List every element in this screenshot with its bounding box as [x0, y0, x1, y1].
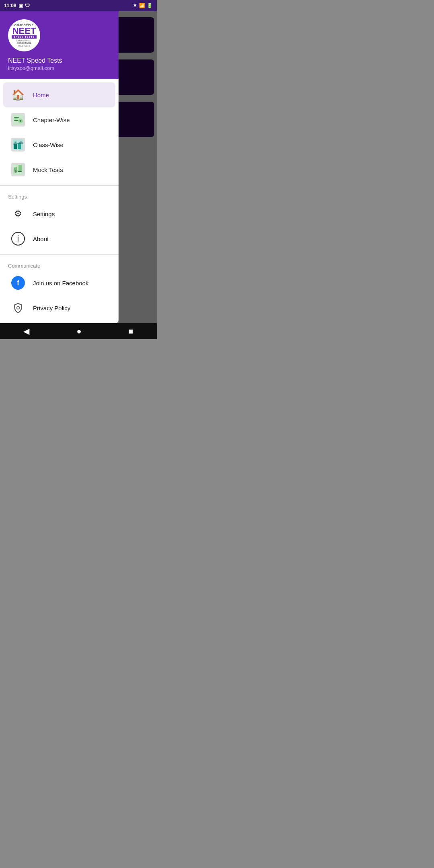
app-email: iitsysco@gmail.com — [8, 65, 111, 71]
svg-rect-14 — [14, 166, 16, 168]
drawer-item-facebook[interactable]: f Join us on Facebook — [3, 270, 115, 295]
chapter-wise-label: Chapter-Wise — [33, 117, 70, 123]
drawer-item-settings[interactable]: ⚙ Settings — [3, 201, 115, 226]
nav-home-button[interactable]: ● — [76, 327, 81, 336]
drawer-scrim[interactable] — [119, 11, 157, 323]
app-logo: OBJECTIVE NEET SPEED TESTS CHAPTERWISE ·… — [8, 19, 40, 51]
drawer-item-share[interactable]: Share App Now — [3, 320, 115, 323]
privacy-label: Privacy Policy — [33, 305, 70, 311]
drawer-header: OBJECTIVE NEET SPEED TESTS CHAPTERWISE ·… — [0, 11, 119, 79]
battery-icon: 🔋 — [147, 3, 153, 8]
drawer-item-class-wise[interactable]: Class-Wise — [3, 132, 115, 157]
mock-tests-label: Mock Tests — [33, 166, 63, 173]
communicate-section-label: Communicate — [0, 258, 119, 270]
drawer-item-mock-tests[interactable]: Mock Tests — [3, 157, 115, 182]
drawer-item-privacy[interactable]: Privacy Policy — [3, 295, 115, 320]
about-info-icon: i — [11, 232, 25, 246]
class-wise-icon — [11, 138, 25, 151]
drawer-items: 🏠 Home Chapter-Wise — [0, 79, 119, 323]
settings-label: Settings — [33, 211, 55, 217]
divider-1 — [0, 185, 119, 186]
logo-sub: CHAPTERWISE · SUBJECTWISEFULL TESTS — [9, 39, 39, 47]
app-name: NEET Speed Tests — [8, 57, 111, 64]
nav-back-button[interactable]: ◀ — [23, 326, 29, 336]
home-icon: 🏠 — [11, 88, 25, 102]
signal-icon: 📶 — [139, 3, 145, 8]
about-label: About — [33, 235, 49, 242]
privacy-shield-icon — [11, 301, 25, 315]
drawer-item-chapter-wise[interactable]: Chapter-Wise — [3, 107, 115, 132]
svg-rect-13 — [18, 171, 22, 172]
status-right: ▼ 📶 🔋 — [133, 3, 153, 8]
logo-speed: SPEED TESTS — [12, 35, 37, 39]
navigation-drawer: OBJECTIVE NEET SPEED TESTS CHAPTERWISE ·… — [0, 11, 119, 323]
settings-section-label: Settings — [0, 189, 119, 201]
drawer-item-home[interactable]: 🏠 Home — [3, 82, 115, 107]
logo-neet: NEET — [12, 27, 36, 35]
mock-tests-icon — [11, 163, 25, 176]
svg-rect-1 — [14, 117, 19, 118]
nav-recent-button[interactable]: ■ — [128, 327, 133, 336]
shield-status-icon: 🛡 — [25, 3, 30, 8]
nav-bar: ◀ ● ■ — [0, 323, 157, 339]
drawer-item-about[interactable]: i About — [3, 226, 115, 251]
svg-point-15 — [17, 307, 20, 309]
wifi-icon: ▼ — [133, 3, 137, 8]
chapter-wise-icon — [11, 113, 25, 127]
status-bar: 11:08 ▣ 🛡 ▼ 📶 🔋 — [0, 0, 157, 11]
class-wise-label: Class-Wise — [33, 141, 63, 148]
svg-rect-11 — [18, 165, 22, 171]
svg-point-12 — [14, 170, 17, 173]
svg-rect-6 — [14, 144, 17, 149]
divider-2 — [0, 254, 119, 255]
svg-rect-2 — [14, 119, 18, 119]
facebook-label: Join us on Facebook — [33, 280, 88, 287]
status-left: 11:08 ▣ 🛡 — [4, 3, 30, 8]
settings-gear-icon: ⚙ — [11, 207, 25, 221]
status-time: 11:08 — [4, 3, 16, 8]
sim-icon: ▣ — [18, 3, 23, 8]
home-label: Home — [33, 92, 49, 98]
facebook-icon: f — [11, 276, 25, 290]
